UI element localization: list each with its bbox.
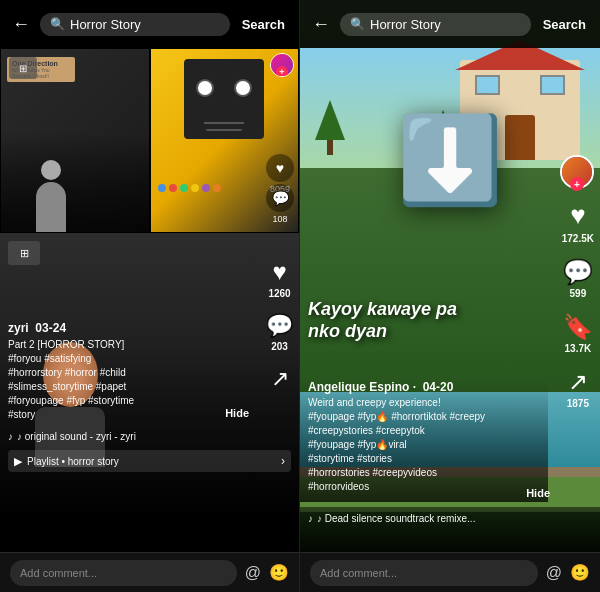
right-username-line: Angelique Espino · 04-20 — [308, 380, 540, 394]
playlist-icon-left: ▶ — [14, 455, 22, 468]
right-action-icons-left: ♥ 1260 💬 203 ↗ — [266, 258, 293, 392]
share-count-right: 1875 — [567, 398, 589, 409]
comment-count-grid: 108 — [272, 214, 287, 224]
plus-badge-right: + — [276, 66, 288, 77]
comment-bar-left: Add comment... @ 🙂 — [0, 552, 299, 592]
comment-icon-right: 💬 — [563, 258, 593, 286]
comment-placeholder-right: Add comment... — [320, 567, 397, 579]
video-grid-left: One Direction What Makes You Beautiful G… — [0, 48, 299, 233]
like-icon-main-left: ♥ — [272, 258, 286, 286]
like-icon-right: ♥ — [570, 200, 585, 231]
comment-icons-left: @ 🙂 — [245, 563, 289, 582]
playlist-text-left: Playlist • horror story — [27, 456, 276, 467]
date-left: 03-24 — [35, 321, 66, 335]
like-count-main-left: 1260 — [268, 288, 290, 299]
comment-placeholder-left: Add comment... — [20, 567, 97, 579]
sound-info-left: ♪ ♪ original sound - zyri - zyri — [8, 431, 291, 442]
main-video-left[interactable]: ⊞ ♥ 1260 💬 203 ↗ zyri 03-24 Part 2 [HORR… — [0, 233, 299, 512]
sound-info-right: ♪ ♪ Dead silence soundtrack remixe... — [308, 513, 592, 524]
search-icon-left: 🔍 — [50, 17, 65, 31]
like-action-left[interactable]: ♥ 1260 — [268, 258, 290, 299]
animated-text-overlay: Kayoy kawaye pa nko dyan — [308, 299, 457, 342]
share-action-right[interactable]: ↗ 1875 — [567, 368, 589, 409]
comment-count-right: 599 — [570, 288, 587, 299]
search-input-wrap-left[interactable]: 🔍 Horror Story — [40, 13, 230, 36]
at-icon-left[interactable]: @ — [245, 564, 261, 582]
emoji-icon-right[interactable]: 🙂 — [570, 563, 590, 582]
share-icon-main-left: ↗ — [271, 366, 289, 392]
comment-icon-grid[interactable]: 💬 — [266, 184, 294, 212]
comment-input-left[interactable]: Add comment... — [10, 560, 237, 586]
emoji-icon-left[interactable]: 🙂 — [269, 563, 289, 582]
sound-text-right: ♪ Dead silence soundtrack remixe... — [317, 513, 475, 524]
right-bottom-overlay: Angelique Espino · 04-20 Weird and creep… — [300, 380, 548, 502]
kawaii-text-line2: nko dyan — [308, 321, 457, 342]
playlist-chevron-left: › — [281, 454, 285, 468]
playlist-bar-left[interactable]: ▶ Playlist • horror story › — [8, 450, 291, 472]
search-bar-right: ← 🔍 Horror Story Search — [300, 0, 600, 48]
at-icon-right[interactable]: @ — [546, 564, 562, 582]
grid-item-right[interactable]: + ♥ 8059 💬 108 — [150, 48, 300, 233]
back-button-right[interactable]: ← — [308, 10, 334, 39]
search-button-left[interactable]: Search — [236, 13, 291, 36]
bookmark-icon-right: 🔖 — [563, 313, 593, 341]
hide-button-left[interactable]: Hide — [225, 407, 249, 419]
share-action-left[interactable]: ↗ — [271, 366, 289, 392]
download-arrow-icon: ⬇️ — [397, 110, 503, 210]
search-button-right[interactable]: Search — [537, 13, 592, 36]
bottom-overlay-left: zyri 03-24 Part 2 [HORROR STORY] #foryou… — [0, 321, 244, 422]
share-icon-right: ↗ — [568, 368, 588, 396]
right-avatar[interactable]: + — [560, 155, 594, 189]
comment-action-left[interactable]: 💬 203 — [266, 313, 293, 352]
right-plus-badge: + — [570, 177, 584, 191]
comment-icon-main-left: 💬 — [266, 313, 293, 339]
thumbnail-icon-main: ⊞ — [8, 241, 40, 265]
search-bar-left: ← 🔍 Horror Story Search — [0, 0, 299, 48]
right-caption: Weird and creepy experience! #fyoupage #… — [308, 396, 540, 494]
search-query-left: Horror Story — [70, 17, 141, 32]
right-date: 04-20 — [423, 380, 454, 394]
comment-icons-right: @ 🙂 — [546, 563, 590, 582]
caption-left: Part 2 [HORROR STORY] #foryou #satisfyin… — [8, 338, 236, 422]
username-date-left: zyri 03-24 — [8, 321, 236, 335]
right-video-bg — [300, 0, 600, 592]
hide-button-right[interactable]: Hide — [526, 487, 550, 499]
search-input-wrap-right[interactable]: 🔍 Horror Story — [340, 13, 531, 36]
right-phone-panel: ← 🔍 Horror Story Search — [300, 0, 600, 592]
right-action-icons: ♥ 172.5K 💬 599 🔖 13.7K ↗ 1875 — [562, 200, 594, 409]
house-door — [505, 115, 535, 160]
grid-avatar-right: + — [270, 53, 294, 77]
house-window-2 — [540, 75, 565, 95]
note-icon-right: ♪ — [308, 513, 313, 524]
left-phone-panel: ← 🔍 Horror Story Search One Direction Wh… — [0, 0, 300, 592]
search-query-right: Horror Story — [370, 17, 441, 32]
like-count-right: 172.5K — [562, 233, 594, 244]
bookmark-count-right: 13.7K — [565, 343, 592, 354]
grid-item-left[interactable]: One Direction What Makes You Beautiful G… — [0, 48, 150, 233]
bookmark-action-right[interactable]: 🔖 13.7K — [563, 313, 593, 354]
kawaii-text-line1: Kayoy kawaye pa — [308, 299, 457, 321]
comment-count-main-left: 203 — [271, 341, 288, 352]
comment-action-right[interactable]: 💬 599 — [563, 258, 593, 299]
username-left: zyri — [8, 321, 29, 335]
comment-input-right[interactable]: Add comment... — [310, 560, 538, 586]
comment-bar-right: Add comment... @ 🙂 — [300, 552, 600, 592]
like-icon-grid[interactable]: ♥ — [266, 154, 294, 182]
person-silhouette-container — [1, 132, 149, 232]
note-icon-left: ♪ — [8, 431, 13, 442]
back-button-left[interactable]: ← — [8, 10, 34, 39]
sound-text-left: ♪ original sound - zyri - zyri — [17, 431, 136, 442]
like-action-right[interactable]: ♥ 172.5K — [562, 200, 594, 244]
tree-left — [315, 100, 345, 155]
thumbnail-icon-left: ⊞ — [9, 57, 37, 79]
house-window — [475, 75, 500, 95]
search-icon-right: 🔍 — [350, 17, 365, 31]
right-username: Angelique Espino — [308, 380, 409, 394]
